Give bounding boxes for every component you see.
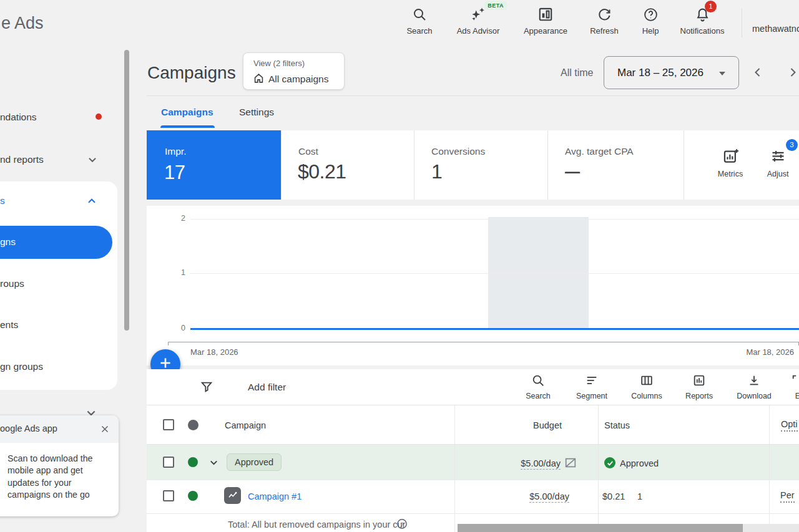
tab-campaigns[interactable]: Campaigns	[161, 107, 213, 118]
x-label-right: Mar 18, 2026	[746, 347, 794, 357]
chevron-down-icon[interactable]	[208, 457, 219, 470]
hscroll-track[interactable]	[743, 524, 799, 532]
bell-icon	[672, 5, 732, 24]
nav-notifications[interactable]: 1 Notifications	[672, 5, 732, 36]
campaign-table-card: Add filter Search Segment Columns	[147, 369, 799, 532]
account-name[interactable]: methawatno	[752, 24, 799, 34]
scorecard-impressions[interactable]: Impr. 17	[147, 130, 281, 200]
date-range-picker[interactable]: Mar 18 – 25, 2026	[604, 56, 739, 89]
row1-budget[interactable]: $5.00/day	[436, 458, 561, 468]
adjust-button[interactable]: Adjust	[756, 148, 799, 178]
column-budget[interactable]: Budget	[499, 420, 562, 430]
home-icon	[253, 72, 265, 87]
column-campaign[interactable]: Campaign	[225, 420, 266, 430]
total-note: Total: All but removed campaigns in your…	[228, 520, 406, 530]
row1-checkbox[interactable]	[163, 457, 174, 468]
metrics-icon	[722, 156, 739, 167]
sidebar-item-ad-groups[interactable]: roups	[0, 278, 24, 289]
time-preset-label: All time	[561, 67, 593, 79]
metrics-button[interactable]: Metrics	[708, 148, 752, 178]
close-icon[interactable]	[99, 423, 110, 437]
row2-conversions: 1	[637, 491, 642, 501]
columns-icon	[640, 379, 654, 389]
filter-funnel-icon[interactable]	[200, 380, 213, 396]
search-icon	[390, 5, 449, 24]
help-icon	[620, 5, 680, 24]
segment-button[interactable]: Segment	[568, 374, 615, 400]
y-tick-0: 0	[172, 324, 185, 332]
column-optimization[interactable]: Opti	[781, 419, 798, 432]
nav-help[interactable]: Help	[620, 5, 680, 36]
table-search-button[interactable]: Search	[514, 374, 562, 400]
hscroll-thumb[interactable]	[458, 524, 743, 532]
expand-button[interactable]: E	[774, 374, 799, 400]
sidebar-item-campaign-groups[interactable]: gn groups	[0, 361, 43, 372]
row2-checkbox[interactable]	[163, 490, 174, 501]
row2-optimization[interactable]: Per	[780, 490, 795, 503]
view-selector-value: All campaigns	[268, 74, 329, 85]
question-circle-icon[interactable]: ?	[396, 518, 408, 532]
notification-badge: 1	[705, 1, 717, 12]
campaign-name-link[interactable]: Campaign #1	[248, 491, 301, 501]
sidebar-item-ents[interactable]: ents	[0, 319, 18, 331]
segment-icon	[585, 379, 599, 389]
sidebar-scrollbar[interactable]	[124, 50, 129, 331]
view-selector[interactable]: View (2 filters) All campaigns	[243, 52, 345, 90]
chart-zero-line	[190, 328, 799, 330]
header-divider	[742, 9, 742, 37]
scorecard-cost[interactable]: Cost $0.21	[281, 130, 414, 200]
status-dot-header[interactable]	[188, 420, 199, 430]
table-header-row: Campaign Budget Status Opti	[147, 405, 799, 445]
date-range-value: Mar 18 – 25, 2026	[617, 67, 703, 79]
sidebar-campaigns-panel: s gns roups ents gn groups	[0, 181, 117, 390]
select-all-checkbox[interactable]	[163, 419, 174, 430]
nav-ads-advisor[interactable]: BETA Ads Advisor	[448, 5, 508, 36]
reports-icon	[692, 379, 706, 389]
tab-settings[interactable]: Settings	[239, 107, 274, 118]
google-ads-logo: e Ads	[1, 14, 44, 33]
chart-highlight-band	[488, 217, 589, 328]
google-ads-app: e Ads Search BETA Ads Advisor Appearance…	[0, 0, 799, 532]
caret-down-icon	[719, 72, 725, 75]
gridline-1	[190, 273, 799, 274]
sidebar-item-recommendations[interactable]: ndations	[0, 112, 37, 123]
columns-button[interactable]: Columns	[623, 374, 670, 400]
download-button[interactable]: Download	[730, 374, 778, 400]
scorecard-row: Impr. 17 Cost $0.21 Conversions 1 Avg. t…	[147, 130, 799, 200]
y-tick-2: 2	[172, 214, 185, 223]
sidebar-item-campaigns-label: gns	[0, 236, 16, 248]
chart-scroll-axis[interactable]	[168, 342, 799, 342]
column-status[interactable]: Status	[604, 420, 630, 430]
view-selector-label: View (2 filters)	[253, 59, 305, 68]
table-row[interactable]: Approved $5.00/day Approved	[147, 445, 799, 480]
reports-button[interactable]: Reports	[675, 374, 723, 400]
promo-card-body: Scan to download the mobile app and get …	[7, 453, 109, 501]
add-filter-button[interactable]: Add filter	[248, 382, 286, 393]
nav-search[interactable]: Search	[390, 5, 449, 36]
beta-badge: BETA	[484, 1, 507, 10]
line-chart-thumbnail-icon[interactable]	[224, 487, 241, 504]
approved-filter-chip[interactable]: Approved	[227, 453, 282, 471]
sidebar-item-reports[interactable]: nd reports	[0, 154, 44, 165]
table-toolbar: Add filter Search Segment Columns	[147, 369, 799, 405]
nav-appearance[interactable]: Appearance	[516, 5, 576, 36]
chevron-down-icon[interactable]	[87, 154, 98, 168]
scorecard-avg-target-cpa[interactable]: Avg. target CPA —	[547, 130, 684, 200]
performance-chart[interactable]: 2 1 0 Mar 18, 2026 Mar 18, 2026	[147, 206, 799, 365]
mobile-app-promo-card: oogle Ads app Scan to download the mobil…	[0, 415, 119, 516]
row2-budget[interactable]: $5.00/day	[444, 491, 569, 501]
date-prev-button[interactable]	[750, 65, 765, 82]
sidebar-group-campaigns[interactable]: s	[0, 195, 5, 206]
check-circle-icon	[604, 457, 615, 468]
scorecard-conversions[interactable]: Conversions 1	[414, 130, 547, 200]
date-next-button[interactable]	[785, 65, 799, 82]
appearance-icon	[516, 5, 576, 24]
row2-cost: $0.21	[602, 491, 625, 501]
row2-status-dot	[188, 491, 198, 501]
sidebar-item-campaigns-selected[interactable]: gns	[0, 226, 112, 259]
chevron-up-icon[interactable]	[86, 195, 97, 209]
adjust-count-badge: 3	[786, 139, 798, 151]
search-icon	[531, 379, 545, 389]
table-row[interactable]: Campaign #1 $5.00/day $0.21 1 Per	[147, 480, 799, 514]
active-tab-underline	[160, 125, 215, 128]
